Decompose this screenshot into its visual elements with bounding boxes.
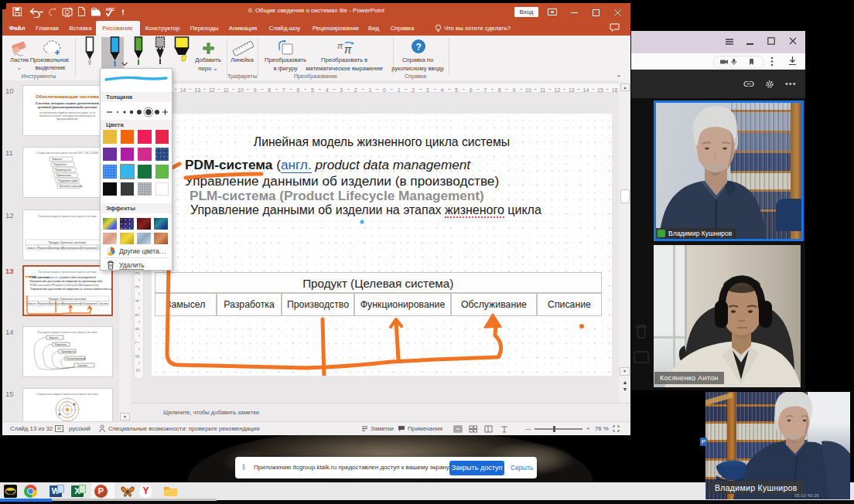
- svg-text:2: 2: [135, 271, 141, 274]
- svg-text:9: 9: [135, 369, 141, 372]
- svg-text:8: 8: [498, 87, 501, 93]
- svg-text:Управление данными об изделии: Управление данными об изделии на этапах …: [30, 287, 111, 291]
- svg-text:4: 4: [440, 87, 443, 93]
- svg-text:16: 16: [612, 87, 618, 93]
- svg-text:Каскадная модель жизненного ци: Каскадная модель жизненного цикла систем…: [37, 331, 97, 334]
- svg-text:Функционирование: Функционирование: [63, 247, 82, 250]
- svg-text:6: 6: [470, 87, 473, 93]
- svg-text:5: 5: [311, 87, 314, 93]
- svg-text:15: 15: [597, 87, 603, 93]
- svg-text:Производство: Производство: [61, 350, 76, 353]
- svg-text:11: 11: [224, 87, 229, 93]
- svg-text:13: 13: [194, 87, 200, 93]
- svg-text:12: 12: [554, 87, 560, 93]
- svg-text:5: 5: [455, 87, 458, 93]
- svg-text:Продукт (Целевая система): Продукт (Целевая система): [49, 298, 87, 301]
- svg-text:Замысел: Замысел: [27, 302, 36, 305]
- svg-text:Замысел: Замысел: [49, 336, 58, 339]
- svg-text:Спиральная модель жизненного ц: Спиральная модель жизненного цикла систе…: [36, 393, 98, 396]
- svg-text:4: 4: [326, 87, 329, 93]
- svg-text:3: 3: [135, 285, 141, 288]
- svg-text:Замысел: Замысел: [52, 158, 62, 161]
- svg-text:Применение: Применение: [56, 174, 71, 177]
- svg-text:9: 9: [512, 87, 515, 93]
- svg-text:5: 5: [135, 313, 141, 316]
- svg-text:π: π: [344, 43, 352, 56]
- svg-text:13: 13: [569, 87, 575, 93]
- svg-text:14: 14: [180, 87, 186, 93]
- svg-text:Разработка: Разработка: [38, 247, 50, 250]
- svg-text:Обеспечивающая система: Обеспечивающая система: [36, 94, 99, 99]
- svg-text:π: π: [337, 41, 343, 50]
- svg-text:функционирование: функционирование: [56, 117, 78, 121]
- svg-text:6: 6: [296, 87, 299, 93]
- svg-text:Списание: Списание: [98, 302, 108, 305]
- svg-text:Обслуживание: Обслуживание: [82, 247, 97, 250]
- svg-text:Стадии жизненного цикла систем: Стадии жизненного цикла систем (ISO / IE…: [36, 152, 99, 155]
- svg-text:1: 1: [398, 87, 401, 93]
- svg-text:3: 3: [426, 87, 429, 93]
- svg-text:14: 14: [583, 87, 589, 93]
- svg-text:Производство: Производство: [55, 169, 71, 172]
- svg-text:8: 8: [268, 87, 271, 93]
- svg-text:9: 9: [254, 87, 257, 93]
- svg-text:Функционирование: Функционирование: [63, 302, 82, 305]
- svg-text:2: 2: [354, 87, 357, 93]
- svg-text:7: 7: [483, 87, 487, 93]
- svg-text:Линейная модель жизненного цик: Линейная модель жизненного цикла системы: [38, 215, 97, 218]
- svg-text:1: 1: [368, 87, 371, 93]
- svg-text:Замысел: Замысел: [27, 247, 36, 250]
- svg-text:Поддержка прим.: Поддержка прим.: [58, 179, 78, 182]
- svg-text:Обслуживание: Обслуживание: [82, 302, 97, 305]
- svg-text:Линейная модель жизненного цик: Линейная модель жизненного цикла системы: [38, 271, 97, 274]
- svg-text:Функционирование: Функционирование: [67, 357, 86, 360]
- svg-text:12: 12: [209, 87, 215, 93]
- svg-text:Разработка: Разработка: [53, 163, 67, 166]
- svg-text:0: 0: [383, 87, 386, 93]
- svg-text:?: ?: [416, 42, 422, 53]
- svg-text:10: 10: [525, 87, 531, 93]
- svg-text:2: 2: [412, 87, 415, 93]
- svg-text:11: 11: [540, 87, 545, 93]
- svg-text:10: 10: [237, 87, 244, 93]
- svg-text:Продукт (Целевая система): Продукт (Целевая система): [49, 241, 87, 244]
- svg-text:4: 4: [135, 299, 141, 302]
- svg-text:6: 6: [135, 327, 141, 330]
- svg-text:7: 7: [135, 341, 141, 344]
- svg-text:7: 7: [282, 87, 285, 93]
- svg-text:8: 8: [135, 355, 141, 358]
- svg-text:Разработка: Разработка: [38, 302, 50, 305]
- svg-text:целевой (рассматриваемой) сист: целевой (рассматриваемой) системе: [38, 105, 98, 109]
- svg-text:Производство: Производство: [49, 247, 63, 250]
- svg-text:Изъятие и списание: Изъятие и списание: [60, 185, 83, 188]
- svg-text:3: 3: [340, 87, 343, 93]
- svg-text:Разработка: Разработка: [55, 343, 67, 346]
- svg-text:Списание: Списание: [77, 364, 87, 367]
